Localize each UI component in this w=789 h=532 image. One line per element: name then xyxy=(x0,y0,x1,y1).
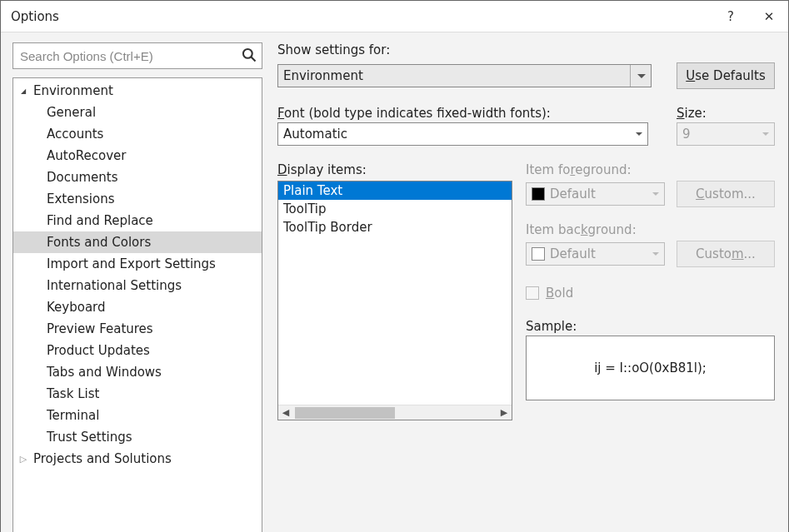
font-value: Automatic xyxy=(283,127,347,142)
show-settings-label: Show settings for: xyxy=(277,42,775,57)
use-defaults-button[interactable]: Use Defaults xyxy=(677,62,775,89)
tree-item-label: Task List xyxy=(47,386,99,401)
tree-item-label: Preview Features xyxy=(47,321,153,336)
tree-item[interactable]: Documents xyxy=(13,167,262,188)
display-items-label: Display items: xyxy=(277,162,512,177)
size-select[interactable]: 9 xyxy=(677,122,775,146)
search-input[interactable] xyxy=(12,42,262,69)
hscroll-thumb[interactable] xyxy=(295,407,395,419)
help-icon: ? xyxy=(727,9,734,24)
bold-checkbox-row[interactable]: Bold xyxy=(526,286,775,301)
foreground-swatch xyxy=(532,187,545,201)
tree-item-label: Projects and Solutions xyxy=(33,451,172,466)
display-item[interactable]: ToolTip xyxy=(278,200,512,218)
tree-item[interactable]: Trust Settings xyxy=(13,426,262,448)
background-custom-button[interactable]: Custom... xyxy=(677,241,775,267)
caret-down-icon: ◢ xyxy=(18,87,28,95)
show-settings-select[interactable]: Environment xyxy=(277,64,652,87)
tree-item-label: Terminal xyxy=(47,408,99,423)
item-foreground-label: Item foreground: xyxy=(526,162,775,177)
left-column: ◢EnvironmentGeneralAccountsAutoRecoverDo… xyxy=(12,42,262,532)
hscrollbar[interactable]: ◀ ▶ xyxy=(278,405,512,420)
font-select[interactable]: Automatic xyxy=(277,122,648,146)
tree-item-label: Product Updates xyxy=(47,343,150,358)
tree-item-label: Documents xyxy=(47,170,118,185)
tree-item[interactable]: Task List xyxy=(13,383,262,405)
tree-item-label: Trust Settings xyxy=(47,430,132,445)
options-tree-list[interactable]: ◢EnvironmentGeneralAccountsAutoRecoverDo… xyxy=(13,78,262,532)
item-background-label: Item background: xyxy=(526,222,775,237)
tree-item-label: International Settings xyxy=(47,278,182,293)
search-icon xyxy=(241,47,257,63)
svg-point-0 xyxy=(243,49,252,58)
caret-right-icon: ▷ xyxy=(18,454,28,465)
tree-item[interactable]: Product Updates xyxy=(13,340,262,361)
options-tree: ◢EnvironmentGeneralAccountsAutoRecoverDo… xyxy=(12,77,262,532)
tree-item[interactable]: General xyxy=(13,102,262,123)
tree-item[interactable]: Tabs and Windows xyxy=(13,361,262,383)
foreground-custom-button[interactable]: Custom... xyxy=(677,181,775,207)
bold-checkbox[interactable] xyxy=(526,286,539,300)
size-value: 9 xyxy=(682,127,691,142)
tree-item[interactable]: Extensions xyxy=(13,188,262,210)
tree-item-label: Import and Export Settings xyxy=(47,256,216,271)
font-label: Font (bold type indicates fixed-width fo… xyxy=(277,106,648,121)
tree-item-label: General xyxy=(47,105,96,120)
svg-line-1 xyxy=(252,57,256,62)
tree-item[interactable]: Keyboard xyxy=(13,296,262,318)
display-items-list[interactable]: Plain TextToolTipToolTip Border ◀ ▶ xyxy=(277,181,512,420)
tree-item[interactable]: Accounts xyxy=(13,123,262,145)
tree-item-label: AutoRecover xyxy=(47,148,127,163)
show-settings-value: Environment xyxy=(283,68,363,83)
tree-item-label: Accounts xyxy=(47,127,103,142)
chevron-down-icon xyxy=(636,132,642,136)
tree-item-label: Tabs and Windows xyxy=(47,365,162,380)
item-background-select[interactable]: Default xyxy=(526,242,665,266)
tree-item-label: Find and Replace xyxy=(47,213,153,228)
sample-label: Sample: xyxy=(526,319,775,334)
scroll-left-icon[interactable]: ◀ xyxy=(278,405,293,420)
tree-item[interactable]: Terminal xyxy=(13,405,262,426)
tree-item[interactable]: ◢Environment xyxy=(13,80,262,102)
scroll-right-icon[interactable]: ▶ xyxy=(497,405,512,420)
tree-item[interactable]: Fonts and Colors xyxy=(13,231,262,253)
search-wrap xyxy=(12,42,262,69)
item-foreground-select[interactable]: Default xyxy=(526,182,665,206)
right-pane: Show settings for: Environment Use Defau… xyxy=(277,42,777,532)
tree-item[interactable]: AutoRecover xyxy=(13,145,262,167)
tree-item[interactable]: Import and Export Settings xyxy=(13,253,262,275)
titlebar: Options ? ✕ xyxy=(1,1,788,32)
chevron-down-icon xyxy=(652,252,659,256)
tree-item-label: Extensions xyxy=(47,191,114,206)
help-button[interactable]: ? xyxy=(712,1,750,32)
bold-label: Bold xyxy=(546,286,573,301)
tree-item[interactable]: ▷Projects and Solutions xyxy=(13,448,262,470)
chevron-down-icon xyxy=(652,192,659,196)
tree-item[interactable]: International Settings xyxy=(13,275,262,296)
display-item[interactable]: ToolTip Border xyxy=(278,218,512,236)
sample-box: ij = I::oO(0xB81l); xyxy=(526,336,775,400)
tree-item-label: Keyboard xyxy=(47,300,106,315)
background-swatch xyxy=(532,247,545,261)
options-dialog: Options ? ✕ ◢EnvironmentGeneralAccountsA… xyxy=(0,0,789,532)
item-background-value: Default xyxy=(550,246,596,261)
item-foreground-value: Default xyxy=(550,186,596,201)
dialog-body: ◢EnvironmentGeneralAccountsAutoRecoverDo… xyxy=(1,32,788,532)
tree-item-label: Environment xyxy=(33,83,113,98)
close-icon: ✕ xyxy=(764,9,775,24)
tree-item-label: Fonts and Colors xyxy=(47,235,151,250)
close-button[interactable]: ✕ xyxy=(750,1,788,32)
sample-text: ij = I::oO(0xB81l); xyxy=(594,360,707,375)
display-item[interactable]: Plain Text xyxy=(278,181,512,200)
size-label: Size: xyxy=(677,106,775,121)
tree-item[interactable]: Find and Replace xyxy=(13,210,262,231)
chevron-down-icon xyxy=(762,132,769,136)
dialog-title: Options xyxy=(11,9,712,24)
chevron-down-icon xyxy=(637,74,646,78)
tree-item[interactable]: Preview Features xyxy=(13,318,262,340)
